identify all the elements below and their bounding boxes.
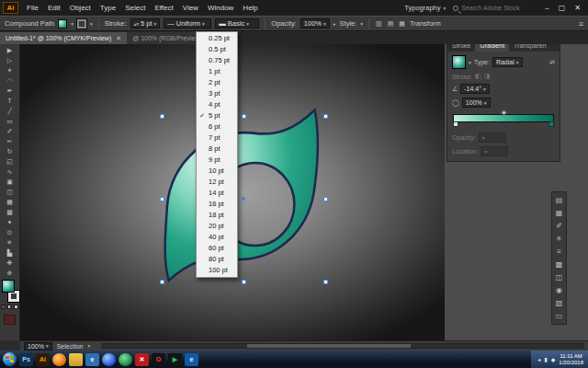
- pencil-tool[interactable]: ✏: [1, 136, 19, 146]
- transparency-panel-icon[interactable]: ◫: [552, 272, 566, 282]
- chevron-down-icon[interactable]: ▾: [87, 343, 90, 349]
- stroke-option-80-pt[interactable]: 80 pt: [197, 254, 237, 265]
- taskbar-clock[interactable]: 11:11 AM 1/20/2018: [559, 353, 583, 366]
- reverse-gradient-icon[interactable]: ⇄: [549, 59, 555, 66]
- opacity-field[interactable]: 100% ▾: [300, 18, 330, 29]
- stroke-option-3-pt[interactable]: 3 pt: [197, 88, 237, 99]
- menu-object[interactable]: Object: [65, 4, 96, 12]
- stroke-option-0.75-pt[interactable]: 0.75 pt: [197, 55, 237, 66]
- selection-handle[interactable]: [242, 114, 246, 119]
- gradient-tool[interactable]: ▩: [1, 207, 19, 217]
- direct-selection-tool[interactable]: ▷: [1, 55, 19, 65]
- gradient-stop-start[interactable]: [453, 121, 458, 127]
- gradient-thumbnail[interactable]: [452, 55, 466, 69]
- mesh-tool[interactable]: ▦: [1, 197, 19, 207]
- taskbar-photoshop-icon[interactable]: Ps: [19, 353, 33, 366]
- column-graph-tool[interactable]: ▙: [1, 247, 19, 258]
- line-segment-tool[interactable]: ╱: [1, 106, 19, 116]
- free-transform-tool[interactable]: ▣: [1, 177, 19, 187]
- gradient-stop-end[interactable]: [548, 121, 554, 127]
- stroke-option-7-pt[interactable]: 7 pt: [197, 132, 237, 144]
- brush-dropdown[interactable]: ▬ Basic ▾: [215, 18, 259, 29]
- transform-link[interactable]: Transform: [410, 19, 441, 28]
- stroke-option-6-pt[interactable]: 6 pt: [197, 121, 237, 132]
- gradient-mode-icon[interactable]: [7, 305, 12, 309]
- paintbrush-tool[interactable]: ✐: [1, 126, 19, 136]
- taskbar-media-player-icon[interactable]: [102, 353, 116, 366]
- taskbar-close-red-app-icon[interactable]: ✕: [135, 353, 149, 366]
- zoom-dropdown[interactable]: 100% ▾: [24, 342, 52, 351]
- stroke-option-0.5-pt[interactable]: 0.5 pt: [197, 44, 237, 55]
- menu-effect[interactable]: Effect: [150, 4, 177, 12]
- selection-handle[interactable]: [323, 114, 328, 119]
- stroke-option-14-pt[interactable]: 14 pt: [197, 188, 237, 199]
- stroke-weight-field[interactable]: ▴▾ 5 pt ▾: [130, 18, 161, 29]
- search-input[interactable]: [461, 3, 533, 13]
- selection-handle[interactable]: [160, 197, 164, 201]
- start-button[interactable]: [3, 352, 17, 366]
- hand-tool[interactable]: ✥: [1, 258, 19, 268]
- menu-view[interactable]: View: [178, 4, 203, 12]
- volume-icon[interactable]: ◆: [551, 356, 556, 362]
- brushes-panel-icon[interactable]: ✐: [552, 221, 566, 231]
- gradient-type-dropdown[interactable]: Radial ▾: [492, 57, 523, 67]
- gradient-panel-icon[interactable]: ▩: [552, 259, 566, 270]
- stroke-option-100-pt[interactable]: 100 pt: [197, 265, 237, 276]
- symbol-sprayer-tool[interactable]: ✳: [1, 237, 19, 247]
- magic-wand-tool[interactable]: ✶: [1, 65, 19, 75]
- taskbar-internet-explorer-icon[interactable]: e: [85, 353, 99, 366]
- none-mode-icon[interactable]: ∅: [14, 305, 18, 309]
- scale-tool[interactable]: ◱: [1, 156, 19, 167]
- lasso-tool[interactable]: ◠: [1, 75, 19, 86]
- taskbar-messenger-icon[interactable]: [119, 353, 132, 366]
- close-icon[interactable]: ✕: [116, 35, 121, 42]
- color-panel-icon[interactable]: ▤: [552, 195, 566, 205]
- stroke-color-swatch[interactable]: [77, 19, 86, 29]
- selection-handle[interactable]: [160, 280, 164, 284]
- menu-help[interactable]: Help: [238, 4, 262, 12]
- network-icon[interactable]: ▮: [544, 356, 547, 362]
- stroke-option-2-pt[interactable]: 2 pt: [197, 77, 237, 88]
- align-center-icon[interactable]: ▤: [387, 20, 395, 28]
- toolbar-red-swatch[interactable]: [4, 315, 16, 325]
- menu-window[interactable]: Window: [203, 4, 238, 12]
- gradient-slider[interactable]: [453, 114, 554, 122]
- minimize-button[interactable]: –: [540, 4, 553, 12]
- appearance-panel-icon[interactable]: ◉: [552, 285, 566, 295]
- swoosh-path[interactable]: [165, 109, 318, 280]
- pen-tool[interactable]: ✒: [1, 86, 19, 96]
- horizontal-scrollbar[interactable]: [102, 343, 584, 349]
- align-right-icon[interactable]: ▦: [398, 20, 406, 28]
- selection-handle[interactable]: [160, 114, 164, 119]
- stroke-panel-icon[interactable]: ≡: [552, 247, 566, 257]
- fill-proxy-swatch[interactable]: [2, 280, 15, 293]
- taskbar-file-explorer-icon[interactable]: [69, 353, 83, 366]
- stroke-option-18-pt[interactable]: 18 pt: [197, 210, 237, 221]
- chevron-down-icon[interactable]: ▾: [71, 21, 74, 27]
- width-tool[interactable]: ∿: [1, 167, 19, 177]
- workspace-switcher[interactable]: Typography ▾: [404, 4, 446, 12]
- chevron-down-icon[interactable]: ▾: [469, 60, 471, 65]
- selection-handle[interactable]: [323, 280, 328, 284]
- stroke-option-10-pt[interactable]: 10 pt: [197, 166, 237, 177]
- rotate-tool[interactable]: ↻: [1, 146, 19, 156]
- artboards-panel-icon[interactable]: ▭: [552, 311, 566, 321]
- taskbar-browser-e-icon[interactable]: e: [185, 353, 198, 366]
- stroke-along-icon[interactable]: ◨: [484, 73, 491, 80]
- align-left-icon[interactable]: ▥: [375, 20, 383, 28]
- stroke-option-16-pt[interactable]: 16 pt: [197, 199, 237, 210]
- swatches-panel-icon[interactable]: ▦: [552, 208, 566, 218]
- aspect-ratio-field[interactable]: 100% ▾: [462, 98, 491, 108]
- gradient-angle-field[interactable]: -14.4° ▾: [460, 84, 490, 94]
- zoom-tool[interactable]: ⊕: [1, 268, 19, 278]
- menu-type[interactable]: Type: [96, 4, 120, 12]
- selection-handle[interactable]: [242, 280, 246, 284]
- stepper-icon[interactable]: ▴▾: [134, 21, 140, 27]
- fill-color-swatch[interactable]: [58, 19, 67, 29]
- selection-tool[interactable]: ▶: [1, 45, 19, 55]
- chevron-down-icon[interactable]: ▾: [90, 21, 93, 27]
- document-tab-active[interactable]: Untitled-1* @ 100% (CMYK/Preview) ✕: [0, 32, 127, 44]
- color-mode-icon[interactable]: [1, 305, 6, 309]
- menu-file[interactable]: File: [22, 4, 43, 12]
- width-profile-dropdown[interactable]: — Uniform ▾: [164, 18, 211, 29]
